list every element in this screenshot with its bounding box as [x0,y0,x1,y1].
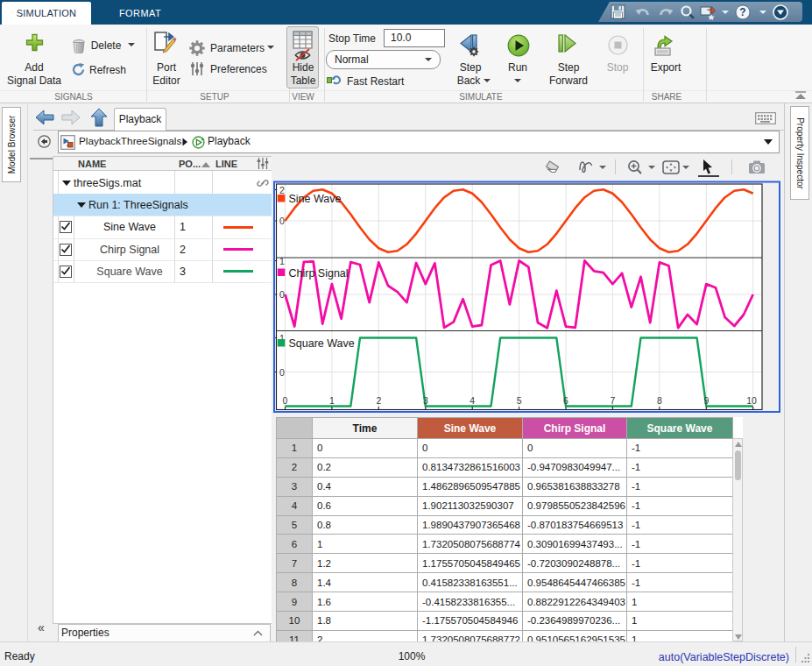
svg-text:3: 3 [423,395,428,406]
svg-text:0: 0 [279,289,285,300]
svg-text:0: 0 [283,395,288,406]
svg-text:0: 0 [279,216,285,226]
svg-text:8: 8 [657,395,662,406]
svg-text:0: 0 [279,367,285,378]
svg-text:1: 1 [329,395,335,406]
svg-text:5: 5 [517,395,522,406]
svg-text:6: 6 [563,395,568,406]
svg-text:Chirp Signal: Chirp Signal [289,267,349,280]
svg-text:Sine Wave: Sine Wave [289,193,342,205]
svg-text:Square Wave: Square Wave [289,337,355,350]
svg-text:10: 10 [746,395,757,406]
svg-text:7: 7 [610,395,615,406]
svg-text:4: 4 [470,395,475,406]
svg-text:1: 1 [279,256,285,266]
svg-text:?: ? [739,6,745,18]
svg-text:2: 2 [279,185,285,195]
svg-text:2: 2 [376,395,381,406]
svg-text:9: 9 [703,395,709,406]
